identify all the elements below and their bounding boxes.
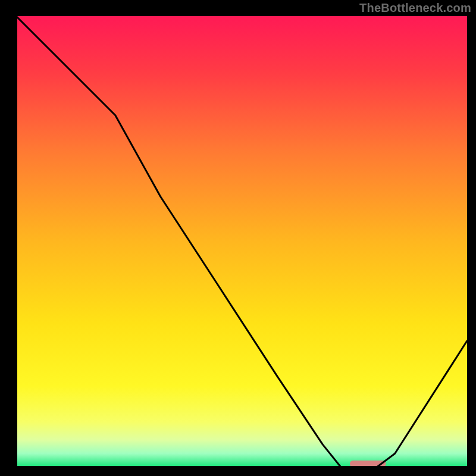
chart-stage: TheBottleneck.com [0,0,476,476]
bottleneck-chart [0,0,476,476]
watermark-text: TheBottleneck.com [359,1,471,15]
